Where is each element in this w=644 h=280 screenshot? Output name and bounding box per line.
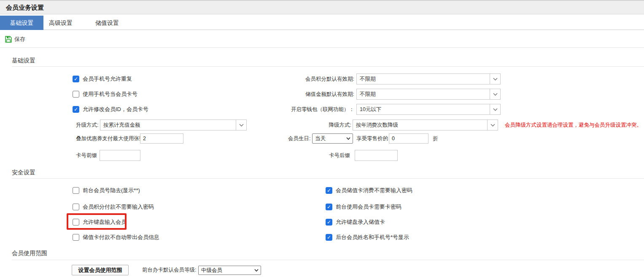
points-expiry-select[interactable]: 不限期	[356, 73, 501, 84]
checkbox-stored-card-no-autofill[interactable]	[73, 234, 79, 241]
stored-value-expiry-value: 不限期	[357, 89, 490, 99]
chevron-down-icon[interactable]	[490, 104, 500, 114]
section-divider	[12, 66, 644, 67]
checkbox-label: 使用手机号当会员卡号	[83, 90, 137, 98]
checkbox-points-no-password[interactable]	[73, 204, 79, 210]
checkbox-row-mask-name-phone: 后台会员姓名和手机号*号显示	[326, 234, 409, 241]
wallet-value: 10元以下	[357, 104, 490, 114]
chevron-down-icon	[344, 137, 353, 140]
save-button-label: 保存	[14, 35, 25, 43]
downgrade-mode-value: 按年消费次数降级	[353, 120, 487, 130]
chevron-down-icon	[252, 269, 261, 272]
points-expiry-label: 会员积分默认有效期:	[228, 73, 354, 84]
section-title-scope: 会员使用范围	[12, 250, 47, 257]
checkbox-label: 会员积分付款不需要输入密码	[83, 203, 154, 211]
checkbox-row-phone-duplicate: 会员手机号允许重复	[73, 75, 132, 83]
checkbox-row-keyboard-input-member: 允许键盘输入会员	[73, 218, 127, 226]
checkbox-label: 前台会员号隐去(显示**)	[83, 187, 140, 194]
default-grade-select[interactable]: 中级会员	[198, 266, 261, 275]
birthday-label: 会员生日:	[288, 133, 310, 144]
checkbox-row-stored-card-no-password: 会员储值卡消费不需要输入密码	[326, 187, 412, 194]
chevron-down-icon[interactable]	[490, 74, 500, 84]
tab-advanced-settings[interactable]: 高级设置	[43, 16, 78, 30]
tab-basic-settings[interactable]: 基础设置	[0, 16, 43, 30]
coupon-max-label: 叠加优惠券支付最大使用张数:	[76, 133, 146, 144]
birthday-discount-input[interactable]	[389, 133, 428, 144]
checkbox-label: 会员手机号允许重复	[83, 75, 132, 83]
birthday-discount-suffix-label: 折	[433, 133, 438, 144]
wallet-select[interactable]: 10元以下	[356, 104, 501, 115]
default-grade-label: 前台办卡默认会员等级:	[142, 265, 196, 275]
checkbox-label: 允许键盘输入会员	[83, 218, 127, 226]
checkbox-label: 前台使用会员卡需要卡密码	[336, 203, 401, 211]
checkbox-allow-edit-id[interactable]	[73, 106, 79, 113]
checkbox-label: 允许键盘录入储值卡	[336, 218, 385, 226]
card-suffix-input[interactable]	[355, 150, 398, 161]
checkbox-front-card-need-password[interactable]	[326, 204, 332, 210]
upgrade-mode-select[interactable]: 按累计充值金额	[100, 120, 247, 130]
checkbox-row-allow-edit-id: 允许修改会员ID，会员卡号	[73, 106, 148, 113]
tab-stored-value-settings[interactable]: 储值设置	[90, 16, 124, 30]
birthday-select-value: 当天	[313, 135, 344, 142]
downgrade-mode-select[interactable]: 按年消费次数降级	[353, 120, 498, 130]
points-expiry-value: 不限期	[357, 74, 490, 84]
section-title-basic: 基础设置	[12, 57, 35, 65]
checkbox-row-points-no-password: 会员积分付款不需要输入密码	[73, 203, 154, 211]
set-member-scope-button[interactable]: 设置会员使用范围	[72, 265, 129, 275]
page-header: 会员业务设置	[0, 0, 644, 14]
checkbox-label: 允许修改会员ID，会员卡号	[83, 106, 148, 113]
section-divider	[12, 178, 644, 179]
upgrade-mode-value: 按累计充值金额	[100, 120, 236, 130]
checkbox-row-keyboard-input-stored-card: 允许键盘录入储值卡	[326, 218, 385, 226]
chevron-down-icon[interactable]	[487, 120, 498, 130]
coupon-max-input[interactable]	[140, 133, 183, 144]
downgrade-warning-text: 会员降级方式设置请合理设置，避免与会员升级设置冲突。	[505, 120, 642, 130]
checkbox-phone-duplicate[interactable]	[73, 76, 79, 82]
card-prefix-input[interactable]	[100, 150, 140, 161]
section-divider	[12, 260, 644, 260]
checkbox-keyboard-input-stored-card[interactable]	[326, 219, 332, 226]
checkbox-label: 储值卡付款不自动带出会员信息	[83, 234, 159, 241]
section-title-security: 安全设置	[12, 169, 35, 177]
tab-bar: 基础设置 高级设置 储值设置	[0, 16, 644, 30]
checkbox-keyboard-input-member[interactable]	[73, 219, 79, 226]
stored-value-expiry-label: 储值金额默认有效期:	[228, 89, 354, 100]
member-settings-page: 会员业务设置 基础设置 高级设置 储值设置 保存 基础设置 会员手机号允许重复	[0, 0, 644, 280]
save-button[interactable]: 保存	[5, 35, 25, 43]
card-prefix-label: 卡号前缀	[76, 150, 97, 161]
checkbox-phone-as-card[interactable]	[73, 91, 79, 98]
checkbox-stored-card-no-password[interactable]	[326, 187, 332, 194]
default-grade-value: 中级会员	[199, 267, 252, 274]
checkbox-label: 会员储值卡消费不需要输入密码	[336, 187, 412, 194]
wallet-label: 开启零钱包（联网功能）：	[228, 104, 354, 115]
downgrade-mode-label: 降级方式:	[267, 120, 351, 130]
toolbar: 保存	[0, 30, 644, 48]
checkbox-hide-member-no[interactable]	[73, 187, 79, 194]
birthday-select[interactable]: 当天	[312, 133, 353, 144]
card-suffix-label: 卡号后缀	[329, 150, 350, 161]
upgrade-mode-label: 升级方式:	[76, 120, 98, 130]
checkbox-row-hide-member-no: 前台会员号隐去(显示**)	[73, 187, 140, 194]
checkbox-label: 后台会员姓名和手机号*号显示	[336, 234, 409, 241]
page-title: 会员业务设置	[6, 1, 44, 14]
stored-value-expiry-select[interactable]: 不限期	[356, 89, 501, 100]
checkbox-mask-name-phone[interactable]	[326, 234, 332, 241]
birthday-discount-prefix-label: 享受零售价的	[356, 133, 388, 144]
checkbox-row-stored-card-no-autofill: 储值卡付款不自动带出会员信息	[73, 234, 159, 241]
checkbox-row-front-card-need-password: 前台使用会员卡需要卡密码	[326, 203, 401, 211]
checkbox-row-phone-as-card: 使用手机号当会员卡号	[73, 90, 137, 98]
chevron-down-icon[interactable]	[490, 89, 500, 99]
save-icon	[5, 36, 12, 43]
chevron-down-icon[interactable]	[236, 120, 246, 130]
